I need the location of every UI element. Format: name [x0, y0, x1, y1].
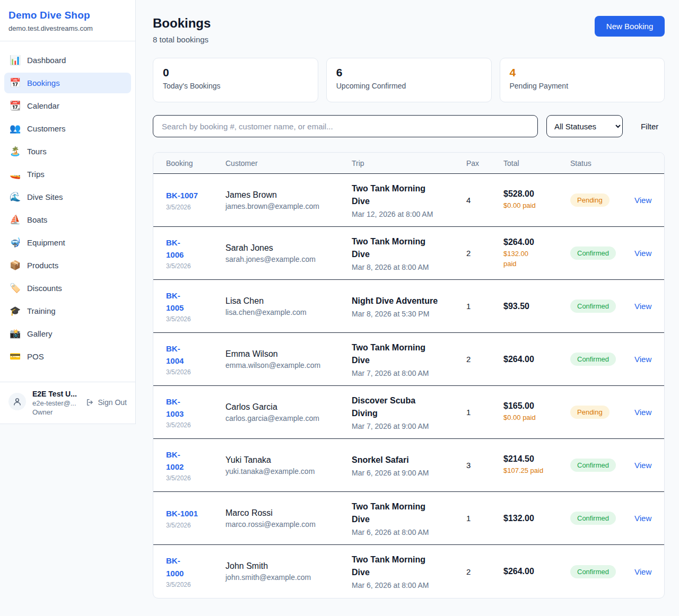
action-cell: View	[634, 249, 651, 258]
view-link[interactable]: View	[634, 355, 651, 364]
stat-value: 6	[336, 66, 482, 79]
trip-datetime: Mar 6, 2026 at 8:00 AM	[352, 528, 466, 536]
stat-value: 0	[163, 66, 308, 79]
sidebar-item-training[interactable]: 🎓Training	[4, 301, 131, 321]
sidebar-item-label: Dive Sites	[27, 192, 63, 201]
booking-id-link[interactable]: BK-1007	[166, 189, 225, 201]
sidebar-item-dive-sites[interactable]: 🌊Dive Sites	[4, 187, 131, 207]
sidebar-nav: 📊Dashboard📅Bookings📆Calendar👥Customers🏝️…	[0, 41, 135, 382]
diving-mask-icon: 🤿	[10, 237, 20, 248]
trip-name: Two Tank Morning Dive	[352, 553, 466, 579]
sidebar-item-gallery[interactable]: 📸Gallery	[4, 323, 131, 344]
pax-count: 2	[466, 355, 503, 364]
sidebar-item-tours[interactable]: 🏝️Tours	[4, 141, 131, 162]
total-amount: $264.00	[503, 355, 570, 364]
bookings-table: BookingCustomerTripPaxTotalStatus BK-100…	[153, 152, 665, 599]
column-header-booking: Booking	[166, 159, 225, 168]
sidebar-item-label: Gallery	[27, 329, 53, 338]
customer-cell: Carlos Garciacarlos.garcia@example.com	[225, 402, 352, 423]
trip-name: Two Tank Morning Dive	[352, 341, 466, 367]
view-link[interactable]: View	[634, 567, 651, 576]
paid-amount: $132.00 paid	[503, 249, 570, 269]
sidebar-item-label: Customers	[27, 124, 66, 133]
sidebar-item-trips[interactable]: 🚤Trips	[4, 164, 131, 184]
customer-cell: Yuki Tanakayuki.tanaka@example.com	[225, 455, 352, 476]
pax-count: 4	[466, 196, 503, 205]
total-cell: $264.00	[503, 567, 570, 576]
view-link[interactable]: View	[634, 249, 651, 258]
sign-out-button[interactable]: Sign Out	[86, 398, 127, 407]
action-cell: View	[634, 514, 651, 523]
bar-chart-icon: 📊	[10, 55, 20, 66]
shop-name: Demo Dive Shop	[8, 10, 127, 21]
status-badge: Pending	[570, 406, 610, 419]
sidebar-item-boats[interactable]: ⛵Boats	[4, 209, 131, 230]
view-link[interactable]: View	[634, 302, 651, 311]
status-cell: Confirmed	[570, 353, 634, 366]
booking-cell: BK- 10003/5/2026	[166, 555, 225, 588]
user-panel: E2E Test U... e2e-tester@... Owner Sign …	[0, 382, 135, 424]
trip-name: Two Tank Morning Dive	[352, 182, 466, 208]
sidebar-item-calendar[interactable]: 📆Calendar	[4, 95, 131, 116]
booking-id-link[interactable]: BK- 1004	[166, 342, 225, 367]
paid-amount: $0.00 paid	[503, 413, 570, 423]
column-header-total: Total	[503, 159, 570, 168]
status-filter-select[interactable]: All Statuses	[546, 115, 623, 137]
action-cell: View	[634, 355, 651, 364]
sidebar-item-label: POS	[27, 352, 44, 361]
sidebar-item-label: Training	[27, 306, 56, 315]
booking-id-link[interactable]: BK- 1003	[166, 395, 225, 420]
sidebar-item-label: Trips	[27, 170, 45, 179]
user-name: E2E Test U...	[32, 390, 80, 398]
view-link[interactable]: View	[634, 461, 651, 470]
booking-date: 3/5/2026	[166, 204, 225, 211]
user-email: e2e-tester@...	[32, 399, 80, 407]
column-header-pax: Pax	[466, 159, 503, 168]
sidebar-item-discounts[interactable]: 🏷️Discounts	[4, 278, 131, 298]
stat-card: 4Pending Payment	[500, 58, 665, 102]
new-booking-button[interactable]: New Booking	[595, 16, 665, 37]
booking-id-link[interactable]: BK- 1002	[166, 448, 225, 473]
trip-name: Two Tank Morning Dive	[352, 235, 466, 261]
sidebar-item-label: Equipment	[27, 238, 65, 247]
booking-id-link[interactable]: BK- 1005	[166, 289, 225, 314]
total-amount: $264.00	[503, 567, 570, 576]
paid-amount: $107.25 paid	[503, 466, 570, 476]
user-role: Owner	[32, 408, 80, 416]
main-content: Bookings 8 total bookings New Booking 0T…	[136, 0, 679, 614]
status-cell: Confirmed	[570, 247, 634, 260]
booking-id-link[interactable]: BK- 1000	[166, 555, 225, 579]
booking-id-link[interactable]: BK- 1006	[166, 236, 225, 261]
total-amount: $214.50	[503, 454, 570, 464]
customer-cell: Marco Rossimarco.rossi@example.com	[225, 508, 352, 529]
sign-out-label: Sign Out	[98, 398, 127, 407]
sidebar-item-equipment[interactable]: 🤿Equipment	[4, 232, 131, 253]
search-input[interactable]	[153, 115, 538, 137]
sidebar-item-customers[interactable]: 👥Customers	[4, 118, 131, 139]
view-link[interactable]: View	[634, 196, 651, 205]
view-link[interactable]: View	[634, 514, 651, 523]
booking-id-link[interactable]: BK-1001	[166, 507, 225, 520]
customer-email: emma.wilson@example.com	[225, 361, 352, 369]
shop-domain: demo.test.divestreams.com	[8, 24, 127, 32]
pax-count: 3	[466, 461, 503, 470]
pax-count: 2	[466, 567, 503, 576]
customer-cell: Lisa Chenlisa.chen@example.com	[225, 296, 352, 316]
status-badge: Confirmed	[570, 565, 616, 578]
customer-email: marco.rossi@example.com	[225, 520, 352, 529]
total-cell: $165.00$0.00 paid	[503, 401, 570, 423]
booking-cell: BK- 10023/5/2026	[166, 448, 225, 482]
sidebar-item-pos[interactable]: 💳POS	[4, 346, 131, 367]
sidebar-item-dashboard[interactable]: 📊Dashboard	[4, 50, 131, 71]
view-link[interactable]: View	[634, 408, 651, 417]
sidebar-item-bookings[interactable]: 📅Bookings	[4, 73, 131, 93]
filter-button[interactable]: Filter	[641, 122, 658, 131]
booking-date: 3/5/2026	[166, 262, 225, 270]
credit-card-icon: 💳	[10, 351, 20, 362]
table-body: BK-10073/5/2026James Brownjames.brown@ex…	[153, 174, 664, 598]
sidebar-item-products[interactable]: 📦Products	[4, 255, 131, 276]
booking-date: 3/5/2026	[166, 421, 225, 429]
booking-date: 3/5/2026	[166, 474, 225, 482]
avatar	[8, 393, 26, 410]
table-row: BK- 10043/5/2026Emma Wilsonemma.wilson@e…	[153, 333, 664, 386]
